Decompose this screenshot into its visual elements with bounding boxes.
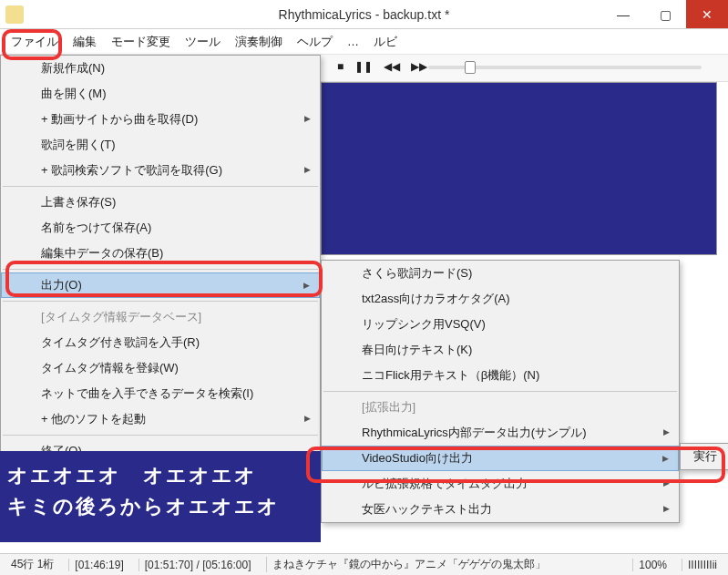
file-menu-item[interactable]: タイムタグ情報を登録(W) <box>1 355 320 381</box>
file-menu-item[interactable]: 新規作成(N) <box>1 56 320 81</box>
output-menu-item[interactable]: RhythmicaLyrics内部データ出力(サンプル) <box>322 420 679 446</box>
app-icon <box>5 5 24 24</box>
output-menu-item[interactable]: さくら歌詞カード(S) <box>322 261 679 286</box>
menu-separator <box>3 301 318 302</box>
seek-thumb[interactable] <box>465 61 476 74</box>
menu-separator <box>3 435 318 436</box>
menu-ruby[interactable]: ルビ <box>366 32 405 52</box>
file-menu-item[interactable]: タイムタグ付き歌詞を入手(R) <box>1 330 320 355</box>
menu-separator <box>3 186 318 187</box>
pause-button[interactable]: ❚❚ <box>354 60 373 73</box>
lyrics-line-2: キミの後ろからオエオエオ <box>7 491 313 522</box>
menu-playback[interactable]: 演奏制御 <box>228 32 290 52</box>
output-menu-item[interactable]: ニコFlick用テキスト（β機能）(N) <box>322 363 679 388</box>
file-menu-item: [タイムタグ情報データベース] <box>1 304 320 330</box>
video-preview <box>321 82 717 255</box>
output-menu-item[interactable]: リップシンク用VSQ(V) <box>322 312 679 337</box>
file-menu-item[interactable]: 出力(O) <box>1 272 320 298</box>
file-menu-item[interactable]: ネットで曲を入手できるデータを検索(I) <box>1 381 320 406</box>
file-menu-item[interactable]: + 動画サイトから曲を取得(D) <box>1 107 320 132</box>
output-submenu: さくら歌詞カード(S)txt2ass向けカラオケタグ(A)リップシンク用VSQ(… <box>321 260 680 523</box>
menu-mode[interactable]: モード変更 <box>104 32 178 52</box>
videostudio-submenu: 実行 <box>680 443 728 470</box>
titlebar: RhythmicaLyrics - backup.txt * — ▢ ✕ <box>0 0 728 29</box>
close-button[interactable]: ✕ <box>686 0 728 28</box>
status-time1: [01:46:19] <box>68 559 128 571</box>
menu-edit[interactable]: 編集 <box>66 32 104 52</box>
status-zoom: 100% <box>632 559 672 571</box>
execute-item[interactable]: 実行 <box>681 444 728 469</box>
file-menu-item[interactable]: + 他のソフトを起動 <box>1 406 320 432</box>
file-menu-item[interactable]: + 歌詞検索ソフトで歌詞を取得(G) <box>1 158 320 183</box>
menu-tools[interactable]: ツール <box>178 32 228 52</box>
menu-more[interactable]: … <box>340 33 366 50</box>
status-time2: [01:51:70] / [05:16:00] <box>138 559 257 571</box>
menu-file[interactable]: ファイル <box>4 32 66 52</box>
status-song: まねきケチャ『鏡の中から』アニメ「ゲゲゲの鬼太郎」 <box>266 557 624 572</box>
output-menu-item[interactable]: 女医ハックテキスト出力 <box>322 497 679 522</box>
maximize-button[interactable]: ▢ <box>644 0 686 28</box>
window-buttons: — ▢ ✕ <box>602 0 728 28</box>
file-menu-item[interactable]: 歌詞を開く(T) <box>1 132 320 158</box>
output-group-label: [拡張出力] <box>322 395 679 420</box>
file-menu-item[interactable]: 曲を開く(M) <box>1 81 320 107</box>
statusbar: 45行 1桁 [01:46:19] [01:51:70] / [05:16:00… <box>0 553 728 575</box>
player-controls: ■ ❚❚ ◀◀ ▶▶ <box>337 60 427 73</box>
status-cursor: 45行 1桁 <box>5 557 59 572</box>
status-bars: IIIIIIIIii <box>682 559 723 571</box>
minimize-button[interactable]: — <box>602 0 644 28</box>
output-menu-item[interactable]: 春日向けテキスト(K) <box>322 337 679 363</box>
output-menu-item[interactable]: txt2ass向けカラオケタグ(A) <box>322 286 679 312</box>
file-menu-item[interactable]: 名前をつけて保存(A) <box>1 215 320 241</box>
menu-separator <box>323 391 677 392</box>
lyrics-line-1: オエオエオ オエオエオ <box>7 460 313 491</box>
file-menu-dropdown: 新規作成(N)曲を開く(M)+ 動画サイトから曲を取得(D)歌詞を開く(T)+ … <box>0 55 321 465</box>
menubar: ファイル 編集 モード変更 ツール 演奏制御 ヘルプ … ルビ <box>0 29 728 55</box>
file-menu-item[interactable]: 編集中データの保存(B) <box>1 241 320 266</box>
menu-separator <box>3 269 318 270</box>
output-menu-item[interactable]: ルビ拡張規格でタイムタグ出力 <box>322 471 679 497</box>
menu-help[interactable]: ヘルプ <box>290 32 340 52</box>
stop-button[interactable]: ■ <box>337 60 343 73</box>
file-menu-item[interactable]: 上書き保存(S) <box>1 190 320 215</box>
lyrics-panel: オエオエオ オエオエオ キミの後ろからオエオエオ <box>0 451 321 542</box>
ffwd-button[interactable]: ▶▶ <box>411 60 427 73</box>
output-menu-item[interactable]: VideoStudio向け出力 <box>322 446 679 471</box>
rewind-button[interactable]: ◀◀ <box>384 60 400 73</box>
